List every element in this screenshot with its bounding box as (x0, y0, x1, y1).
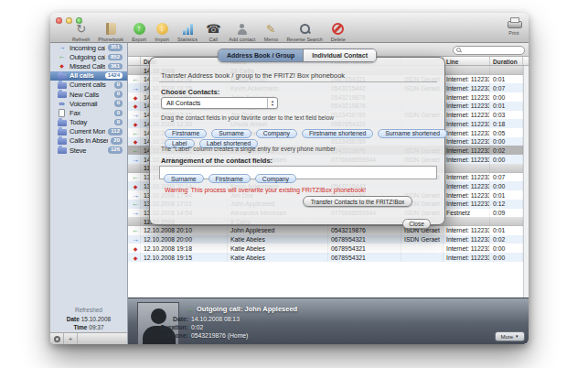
call-device (401, 244, 444, 253)
search-input[interactable] (453, 46, 525, 55)
field-pill-surname-shortened[interactable]: Surname shortened (378, 129, 447, 138)
action-gear-button[interactable] (50, 333, 64, 344)
table-row[interactable]: →12.10.2008 20:00Katie Abeles0678954321I… (128, 235, 523, 244)
sidebar-item-current-calls[interactable]: Current calls0 (50, 81, 127, 90)
toolbar-print-button[interactable]: Print (507, 16, 521, 36)
dropdown-stepper-icon: ▲▼ (267, 98, 277, 108)
table-row[interactable]: ◆12.10.2008 19:18Katie Abeles0678954321I… (128, 244, 523, 253)
call-name: Katie Abeles (228, 253, 328, 262)
transfer-dialog: Transfer Address book / group to the FRI… (149, 49, 445, 225)
call-duration: 0:01 (490, 226, 523, 235)
close-button[interactable]: Close (402, 219, 431, 229)
call-direction-cell: → (128, 83, 141, 92)
sidebar-item-label: Today (69, 118, 112, 126)
sidebar-item-label: Outgoing calls (69, 53, 105, 61)
contacts-dropdown-value: All Contacts (166, 100, 200, 106)
sidebar-item-label: Incoming calls (69, 44, 105, 52)
refresh-icon: ↻ (74, 22, 89, 36)
detail-field-value: 14.10.2008 08:13 (191, 316, 240, 323)
sidebar-item-badge: 0 (114, 91, 123, 98)
column-header-blank[interactable] (128, 57, 141, 65)
column-header-duration[interactable]: Duration (490, 57, 523, 65)
call-phone: 0678954321 (328, 253, 401, 262)
detail-field-row: Date:14.10.2008 08:13 (135, 316, 248, 323)
field-pill-firstname-shortened[interactable]: Firstname shortened (302, 129, 373, 138)
refresh-date-label: Date (67, 316, 80, 322)
call-direction-cell: ← (128, 146, 141, 155)
memo-icon: ✎ (263, 22, 278, 36)
sidebar: →Incoming calls351←Outgoing calls852◆Mis… (50, 43, 128, 344)
sidebar-list: →Incoming calls351←Outgoing calls852◆Mis… (50, 43, 127, 155)
vertical-scrollbar[interactable] (523, 66, 529, 298)
incoming-call-icon: → (132, 84, 139, 92)
export-icon: ↑ (132, 22, 146, 36)
arranged-pill-surname[interactable]: Surname (164, 174, 204, 183)
toolbar: ↻RefreshPhonebook↑Export↓ImportStatistic… (72, 16, 346, 42)
arranged-pill-company[interactable]: Company (255, 174, 296, 183)
group-cell (444, 164, 490, 172)
toolbar-reverse-search-button[interactable]: Reverse Search (286, 22, 322, 42)
call-direction-cell: ← (128, 128, 141, 137)
call-duration: 0:00 (490, 253, 523, 262)
sidebar-item-steve[interactable]: Steve126 (50, 146, 127, 155)
call-line: Internet: 1122334 (444, 83, 490, 92)
tab-address-book-group[interactable]: Address Book / Group (219, 49, 304, 61)
tab-individual-contact[interactable]: Individual Contact (304, 49, 376, 61)
call-duration: 0:00 (490, 244, 523, 253)
more-button[interactable]: More▼ (495, 331, 525, 341)
sidebar-item-calls-in-absently[interactable]: Calls in Absently20 (50, 136, 127, 146)
sidebar-item-label: Current calls (69, 81, 112, 89)
call-line: Internet: 1122334 (444, 190, 490, 200)
arrangement-field[interactable]: SurnameFirstnameCompany (159, 166, 437, 179)
add-smart-group-button[interactable]: + (64, 333, 78, 344)
phonebook-icon (103, 22, 118, 36)
search-icon (456, 48, 462, 53)
sidebar-item-new-calls[interactable]: New Calls0 (50, 90, 127, 99)
toolbar-refresh-button[interactable]: ↻Refresh (72, 22, 90, 42)
call-line: Internet: 1122334 (444, 75, 490, 84)
call-direction-cell: → (128, 209, 141, 218)
toolbar-export-button[interactable]: ↑Export (132, 22, 146, 42)
missed-call-icon: ◆ (134, 103, 138, 109)
toolbar-delete-button[interactable]: Delete (331, 22, 346, 42)
sidebar-item-label: Missed Calls (69, 62, 105, 70)
toolbar-statistics-button[interactable]: Statistics (177, 22, 198, 42)
sidebar-item-outgoing-calls[interactable]: ←Outgoing calls852 (50, 52, 127, 61)
folder-icon (57, 119, 67, 126)
table-row[interactable]: ←12.10.2008 20:10John Appleseed054321987… (128, 226, 523, 235)
toolbar-call-button[interactable]: ☎Call (206, 22, 220, 42)
sidebar-item-all-calls[interactable]: All calls1424 (50, 71, 127, 81)
toolbar-memo-button[interactable]: ✎Memo (263, 22, 278, 42)
toolbar-export-label: Export (132, 37, 146, 42)
sidebar-item-badge: 126 (108, 146, 123, 154)
sidebar-item-incoming-calls[interactable]: →Incoming calls351 (50, 43, 127, 52)
call-device (401, 253, 444, 262)
column-header-line[interactable]: Line (444, 57, 490, 65)
folder-icon (57, 72, 67, 80)
statistics-icon (180, 22, 195, 36)
close-window-button[interactable] (56, 17, 62, 24)
arranged-pill-firstname[interactable]: Firstname (208, 174, 251, 183)
call-direction-cell: → (128, 190, 141, 200)
contacts-dropdown[interactable]: All Contacts ▲▼ (161, 97, 278, 109)
toolbar-print-label: Print (508, 30, 519, 36)
sidebar-item-today[interactable]: Today0 (50, 118, 127, 127)
sidebar-item-fax[interactable]: Fax0 (50, 108, 127, 117)
call-phone: 0543219876 (328, 226, 401, 235)
minimize-window-button[interactable] (66, 17, 72, 24)
toolbar-import-button[interactable]: ↓Import (155, 22, 169, 42)
gear-icon (54, 336, 60, 342)
call-duration: 0:09 (490, 209, 523, 218)
missed-call-icon: ◆ (57, 63, 67, 70)
transfer-contacts-button[interactable]: Transfer Contacts to the FRITZ!Box (303, 196, 412, 207)
toolbar-phonebook-button[interactable]: Phonebook (98, 22, 123, 42)
sidebar-item-current-month[interactable]: Current Month112 (50, 127, 127, 136)
sidebar-item-missed-calls[interactable]: ◆Missed Calls361 (50, 61, 127, 70)
sidebar-item-voicemail[interactable]: ∞Voicemail0 (50, 99, 127, 108)
table-row[interactable]: ◆12.10.2008 19:15Katie Abeles0678954321I… (128, 253, 523, 262)
sidebar-item-label: Voicemail (69, 100, 112, 108)
title-bar[interactable]: ↻RefreshPhonebook↑Export↓ImportStatistic… (50, 13, 529, 43)
toolbar-add-contact-button[interactable]: Add contact (229, 22, 255, 42)
call-direction-cell: ← (128, 173, 141, 182)
call-line: Internet: 1122334 (444, 200, 490, 209)
